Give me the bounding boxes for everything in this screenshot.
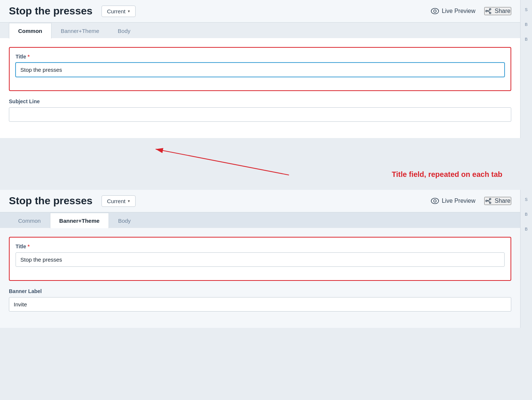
share-button-top[interactable]: Share <box>484 7 511 15</box>
title-field-group-bottom: Title * <box>16 243 505 267</box>
svg-point-4 <box>486 10 487 12</box>
tab-banner-theme-bottom[interactable]: Banner+Theme <box>50 213 109 228</box>
header-right-bottom: Live Preview Share <box>431 197 511 205</box>
svg-point-0 <box>431 9 439 14</box>
share-label-bottom: Share <box>495 198 511 204</box>
live-preview-button-top[interactable]: Live Preview <box>431 7 476 15</box>
live-preview-label-bottom: Live Preview <box>442 198 476 204</box>
chevron-down-icon-top: ▾ <box>128 9 130 14</box>
tab-common-top[interactable]: Common <box>9 23 51 38</box>
subject-line-label-top: Subject Line <box>9 98 511 104</box>
second-panel: Stop the presses Current ▾ Live Preview <box>0 190 532 328</box>
content-area-bottom: Title * Banner Label <box>0 228 520 328</box>
tab-common-bottom[interactable]: Common <box>9 213 50 228</box>
share-button-bottom[interactable]: Share <box>484 197 511 205</box>
sidebar-char-s-bottom: S <box>522 197 531 202</box>
eye-icon-top <box>431 7 439 15</box>
sidebar-char-b1-top: B <box>522 22 531 27</box>
panel-sidebar-bottom: S B B <box>520 190 532 328</box>
title-required-star-bottom: * <box>28 243 30 249</box>
title-label-bottom: Title * <box>16 243 505 249</box>
banner-label-label: Banner Label <box>9 288 511 294</box>
tab-banner-theme-top[interactable]: Banner+Theme <box>51 23 109 38</box>
header-top: Stop the presses Current ▾ Live Preview <box>0 0 520 23</box>
panel-sidebar-top: S B B <box>520 0 532 138</box>
annotation-arrow-svg <box>0 138 532 190</box>
title-field-highlight-top: Title * <box>9 47 511 91</box>
first-panel: Stop the presses Current ▾ Live Preview <box>0 0 532 138</box>
banner-label-input[interactable] <box>9 297 511 312</box>
sidebar-char-s-top: S <box>522 7 531 12</box>
page-title-top: Stop the presses <box>9 5 93 17</box>
svg-point-9 <box>489 202 491 204</box>
share-label-top: Share <box>495 8 511 14</box>
live-preview-button-bottom[interactable]: Live Preview <box>431 197 476 205</box>
svg-point-6 <box>431 198 439 204</box>
sidebar-char-b2-bottom: B <box>522 227 531 231</box>
title-input-bottom[interactable] <box>16 252 505 267</box>
svg-point-3 <box>489 12 491 14</box>
svg-point-1 <box>433 10 436 13</box>
tab-body-top[interactable]: Body <box>109 23 140 38</box>
tabs-bar-top: Common Banner+Theme Body <box>0 23 520 38</box>
version-label-bottom: Current <box>107 198 126 204</box>
panel-main-bottom: Stop the presses Current ▾ Live Preview <box>0 190 520 328</box>
banner-label-field-group: Banner Label <box>9 288 511 312</box>
title-required-star-top: * <box>28 54 30 60</box>
version-dropdown-top[interactable]: Current ▾ <box>102 6 136 17</box>
share-icon-top <box>485 8 492 14</box>
annotation-text: Title field, repeated on each tab <box>392 170 502 179</box>
header-right-top: Live Preview Share <box>431 7 511 15</box>
eye-icon-bottom <box>431 197 439 205</box>
svg-point-7 <box>433 200 436 202</box>
panel-main-top: Stop the presses Current ▾ Live Preview <box>0 0 520 138</box>
tab-body-bottom[interactable]: Body <box>109 213 140 228</box>
svg-point-8 <box>489 198 491 200</box>
subject-line-input-top[interactable] <box>9 107 511 122</box>
title-field-highlight-bottom: Title * <box>9 237 511 281</box>
sidebar-char-b2-top: B <box>522 37 531 41</box>
svg-point-2 <box>489 9 491 10</box>
version-dropdown-bottom[interactable]: Current ▾ <box>102 195 136 207</box>
page-title-bottom: Stop the presses <box>9 195 93 207</box>
title-input-top[interactable] <box>16 63 505 77</box>
full-page: Stop the presses Current ▾ Live Preview <box>0 0 532 328</box>
annotation-area: Title field, repeated on each tab <box>0 138 532 190</box>
tabs-bar-bottom: Common Banner+Theme Body <box>0 212 520 228</box>
version-label-top: Current <box>107 8 126 14</box>
sidebar-char-b1-bottom: B <box>522 212 531 216</box>
content-area-top: Title * Subject Line <box>0 38 520 138</box>
title-field-group-top: Title * <box>16 54 505 77</box>
share-icon-bottom <box>485 198 492 204</box>
subject-line-field-group-top: Subject Line <box>9 98 511 122</box>
svg-point-10 <box>486 200 487 202</box>
title-label-top: Title * <box>16 54 505 60</box>
live-preview-label-top: Live Preview <box>442 8 476 14</box>
header-bottom: Stop the presses Current ▾ Live Preview <box>0 190 520 212</box>
chevron-down-icon-bottom: ▾ <box>128 199 130 204</box>
